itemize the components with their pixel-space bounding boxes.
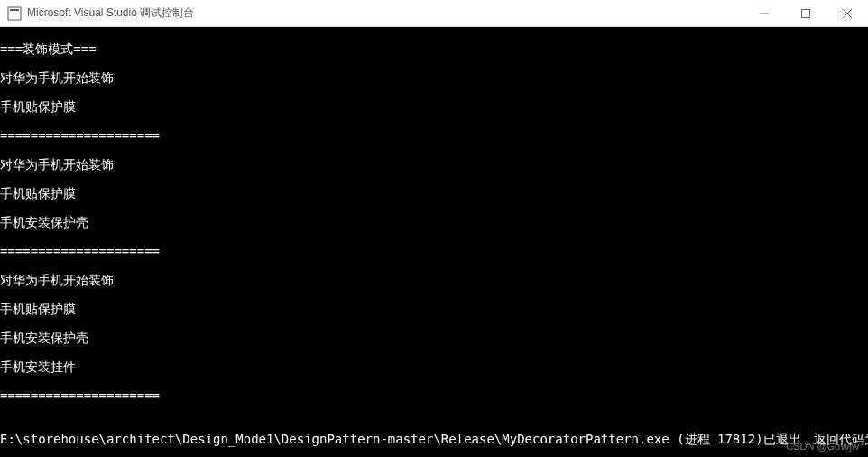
console-line: ===================== [0, 128, 868, 143]
console-line: 对华为手机开始装饰 [0, 273, 868, 287]
console-line: 手机安装保护壳 [0, 215, 868, 229]
svg-rect-3 [802, 9, 810, 17]
console-line: E:\storehouse\architect\Design_Mode1\Des… [0, 432, 868, 446]
console-line: 对华为手机开始装饰 [0, 70, 868, 85]
watermark: CSDN @GoWjw [786, 441, 859, 452]
close-button[interactable] [826, 0, 868, 26]
console-line: 手机安装保护壳 [0, 331, 868, 345]
console-line: 手机贴保护膜 [0, 186, 868, 201]
console-line: 对华为手机开始装饰 [0, 157, 868, 172]
console-line: ===================== [0, 244, 868, 258]
window-title: Microsoft Visual Studio 调试控制台 [27, 5, 743, 21]
maximize-button[interactable] [785, 0, 826, 26]
console-line: 手机贴保护膜 [0, 302, 868, 316]
console-line: ===================== [0, 388, 868, 403]
app-icon [7, 6, 22, 21]
console-line: 手机贴保护膜 [0, 99, 868, 114]
console-line: ===装饰模式=== [0, 42, 868, 56]
minimize-button[interactable] [743, 0, 785, 26]
window-controls [743, 0, 868, 26]
svg-rect-1 [10, 9, 19, 11]
console-output[interactable]: ===装饰模式=== 对华为手机开始装饰 手机贴保护膜 ============… [0, 27, 868, 457]
titlebar: Microsoft Visual Studio 调试控制台 [0, 0, 868, 27]
console-line: 手机安装挂件 [0, 359, 868, 374]
